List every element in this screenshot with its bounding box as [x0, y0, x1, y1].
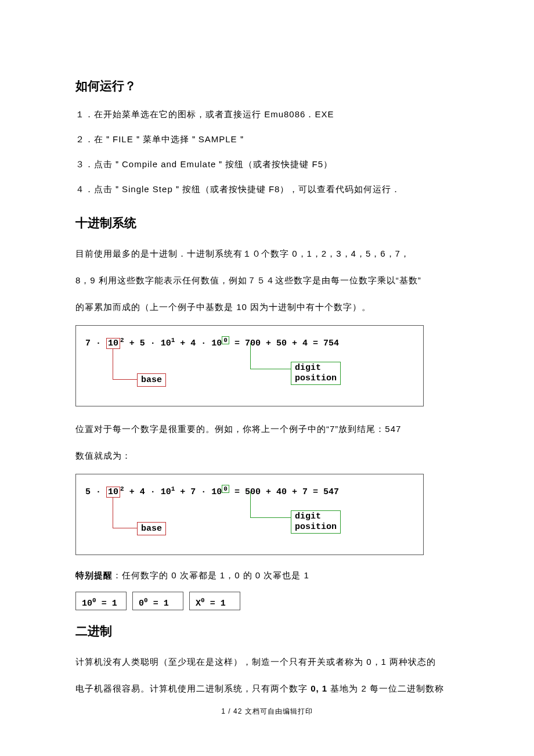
- step-2: ２．在＂FILE＂菜单中选择＂SAMPLE＂: [75, 129, 459, 149]
- d2-red-line-h: [113, 528, 137, 528]
- d1-green-line-v: [250, 343, 251, 369]
- decimal-para-line2a: 8，9 利用这些数字能表示任何数值，例如７５４这些数字是由每一位数字乘以: [75, 275, 396, 285]
- d2-pos-l2: position: [295, 522, 337, 532]
- d1-green-line-h: [250, 369, 291, 369]
- decimal-para-line1: 目前使用最多的是十进制．十进制系统有１０个数字 0，1，2，3，4，5，6，7，: [75, 242, 459, 266]
- d1-term2: + 5 · 10: [124, 339, 171, 348]
- d2-base-box: 10: [106, 487, 120, 498]
- d2-term3: + 7 · 10: [175, 487, 222, 497]
- d2-green-line-h: [250, 517, 291, 518]
- special-note: 特别提醒：任何数字的 0 次幂都是 1，0 的 0 次幂也是 1: [75, 566, 459, 585]
- d1-base-label: base: [137, 373, 166, 387]
- binary-para-line2c: 基地为 2 每一位二进制数称: [327, 683, 444, 693]
- step-1: １．在开始菜单选在它的图标，或者直接运行 Emu8086．EXE: [75, 105, 459, 124]
- d2-term1-coef: 5 ·: [85, 487, 106, 497]
- d1-exp2: 2: [120, 337, 124, 344]
- diagram-754: 7 · 102 + 5 · 101 + 4 · 100 = 700 + 50 +…: [75, 325, 424, 406]
- position-note-line2: 数值就成为：: [75, 444, 459, 468]
- b2-exp: 0: [144, 597, 148, 604]
- decimal-para-line2: 8，9 利用这些数字能表示任何数值，例如７５４这些数字是由每一位数字乘以“基数”: [75, 268, 459, 293]
- d2-red-line-v: [113, 498, 113, 528]
- d1-red-line-h: [113, 379, 137, 380]
- b1-base: 10: [82, 599, 92, 609]
- binary-para-line2: 电子机器很容易。计算机使用二进制系统，只有两个数字 0, 1 基地为 2 每一位…: [75, 676, 459, 701]
- special-note-text: ：任何数字的 0 次幂都是 1，0 的 0 次幂也是 1: [113, 570, 309, 580]
- section-decimal-heading: 十进制系统: [75, 215, 459, 231]
- section-how-to-run-heading: 如何运行？: [75, 78, 459, 94]
- b1-exp: 0: [92, 597, 96, 604]
- special-note-label: 特别提醒: [75, 570, 113, 580]
- d1-pos-l1: digit: [295, 363, 321, 373]
- b2-base: 0: [139, 599, 144, 609]
- step-4: ４．点击＂Single Step＂按纽（或者按快捷键 F8），可以查看代码如何运…: [75, 179, 459, 199]
- diagram-547: 5 · 102 + 4 · 101 + 7 · 100 = 500 + 40 +…: [75, 474, 424, 555]
- binary-para-line1: 计算机没有人类聪明（至少现在是这样），制造一个只有开关或者称为 0，1 两种状态…: [75, 650, 459, 674]
- d2-base-label: base: [137, 522, 166, 535]
- d1-term1-coef: 7 ·: [85, 339, 106, 348]
- b1-rhs: = 1: [96, 599, 117, 609]
- power-zero-boxes: 100 = 1 00 = 1 X0 = 1: [75, 592, 459, 610]
- diagram-547-expression: 5 · 102 + 4 · 101 + 7 · 100 = 500 + 40 +…: [85, 485, 339, 498]
- page-footer: 1 / 42 文档可自由编辑打印: [75, 707, 459, 717]
- d2-exp2: 2: [120, 485, 124, 492]
- d1-base-box: 10: [106, 338, 120, 349]
- box-0-pow0: 00 = 1: [132, 592, 183, 610]
- binary-para-line2a: 电子机器很容易。计算机使用二进制系统，只有两个数字: [75, 683, 311, 693]
- d1-term3: + 4 · 10: [175, 339, 222, 348]
- d1-pos-l2: position: [295, 373, 337, 383]
- diagram-754-expression: 7 · 102 + 5 · 101 + 4 · 100 = 700 + 50 +…: [85, 336, 339, 349]
- b3-rhs: = 1: [205, 599, 226, 609]
- decimal-para-line3: 的幂累加而成的（上一个例子中基数是 10 因为十进制中有十个数字）。: [75, 295, 459, 319]
- step-3: ３．点击＂Compile and Emulate＂按纽（或者按快捷键 F5）: [75, 154, 459, 174]
- b3-base: X: [196, 599, 201, 609]
- d2-position-label: digitposition: [291, 510, 341, 534]
- b2-rhs: = 1: [148, 599, 169, 609]
- decimal-para-line2b: “基数”: [396, 275, 421, 285]
- position-note-line1: 位置对于每一个数字是很重要的。例如，你将上一个例子中的“7”放到结尾：547: [75, 417, 459, 441]
- d2-pos-l1: digit: [295, 512, 321, 521]
- binary-para-line2b: 0, 1: [311, 683, 327, 693]
- box-x-pow0: X0 = 1: [189, 592, 240, 610]
- d2-rhs: = 500 + 40 + 7 = 547: [229, 487, 339, 497]
- d1-rhs: = 700 + 50 + 4 = 754: [229, 339, 339, 348]
- d2-term2: + 4 · 10: [124, 487, 171, 497]
- d2-exp0-box: 0: [222, 485, 229, 493]
- d1-red-line-v: [113, 349, 113, 379]
- d1-exp0-box: 0: [222, 336, 229, 344]
- section-binary-heading: 二进制: [75, 623, 459, 639]
- d1-position-label: digitposition: [291, 362, 341, 385]
- b3-exp: 0: [201, 597, 205, 604]
- d2-green-line-v: [250, 492, 251, 517]
- box-10-pow0: 100 = 1: [75, 592, 127, 610]
